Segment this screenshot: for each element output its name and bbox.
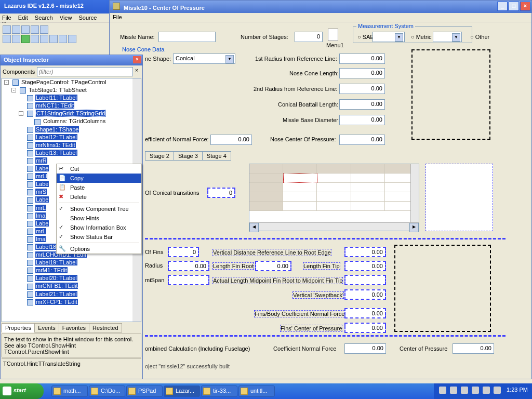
grid-vscroll[interactable] — [410, 164, 419, 222]
fbcnf-input[interactable]: 0.00 — [344, 308, 386, 318]
task-4[interactable]: Lazar... — [164, 385, 200, 397]
run-icon[interactable] — [21, 35, 30, 43]
radius-input[interactable]: 0.00 — [168, 261, 209, 271]
tray-icon[interactable] — [461, 387, 468, 394]
ctx-show-status[interactable]: ✓Show Status Bar — [57, 232, 141, 242]
sae-dropdown[interactable] — [373, 32, 405, 42]
task-2[interactable]: C:\Do... — [89, 385, 125, 397]
boat-input[interactable]: 0.00 — [339, 99, 385, 110]
tool-open-icon[interactable] — [12, 25, 20, 34]
system-tray[interactable]: 1:23 PM — [434, 383, 532, 399]
task-6[interactable]: untitl... — [238, 385, 275, 397]
tool-open2-icon[interactable] — [3, 35, 11, 43]
ide-menu-file[interactable]: File — [2, 15, 11, 21]
form-design-surface[interactable]: Missle Name: Number of Stages: 0 Menu1 M… — [110, 22, 531, 380]
task-5[interactable]: tir-33... — [201, 385, 237, 397]
oi-tab-restricted[interactable]: Restricted — [89, 323, 122, 332]
components-filter-input[interactable] — [37, 67, 133, 76]
r2-input[interactable]: 0.00 — [339, 84, 385, 94]
image-placeholder-2[interactable] — [394, 245, 491, 332]
ctx-cut[interactable]: ✂Cut — [57, 164, 141, 174]
tool-form-icon[interactable] — [12, 35, 20, 43]
tree-node[interactable]: Label21: TLabel — [2, 290, 141, 298]
menu-designer-icon[interactable] — [328, 29, 338, 41]
shape1[interactable] — [425, 164, 493, 231]
ide-menu-view[interactable]: View — [60, 15, 72, 21]
step-into-icon[interactable] — [59, 35, 67, 43]
tree-node[interactable]: mrM1: TEdit — [2, 267, 141, 274]
cop-input[interactable]: 0.00 — [453, 343, 494, 354]
task-1[interactable]: math... — [51, 385, 88, 397]
coeff-nf-input[interactable]: 0.00 — [344, 343, 386, 354]
pause-icon[interactable] — [31, 35, 39, 43]
tray-icon[interactable] — [472, 387, 479, 394]
tree-node[interactable]: mrCNFB1: TEdit — [2, 282, 141, 290]
tool-save-icon[interactable] — [21, 25, 30, 34]
step-out-icon[interactable] — [68, 35, 76, 43]
oi-tab-favorites[interactable]: Favorites — [59, 323, 89, 332]
expand-icon[interactable]: - — [19, 111, 23, 116]
image-placeholder-1[interactable] — [411, 49, 490, 140]
ide-menu-edit[interactable]: Edit — [18, 15, 28, 21]
ctx-delete[interactable]: ✖Delete — [57, 192, 141, 202]
stop-icon[interactable] — [40, 35, 48, 43]
tree-node[interactable]: mrNCT1: TEdit — [2, 102, 141, 110]
tree-node[interactable]: mrNfins1: TEdit — [2, 141, 141, 149]
ide-menu-search[interactable]: Search — [35, 15, 53, 21]
ctx-show-tree[interactable]: ✓Show Component Tree — [57, 204, 141, 214]
ncp-input[interactable]: 0.00 — [339, 135, 385, 145]
len-input[interactable]: 0.00 — [339, 68, 385, 78]
vert-swept-input[interactable]: 0.00 — [344, 289, 386, 300]
vert-dist-input[interactable]: 0.00 — [344, 247, 386, 257]
tree-node[interactable]: Label11: TLabel — [2, 94, 141, 102]
cnf-input[interactable]: 0.00 — [210, 135, 252, 145]
ctx-show-hints[interactable]: Show Hints — [57, 214, 141, 223]
oi-tab-properties[interactable]: Properties — [2, 323, 35, 332]
tree-node[interactable]: Label19: TLabel — [2, 259, 141, 267]
actual-len-input[interactable] — [344, 275, 386, 285]
tab-stage4[interactable]: Stage 4 — [202, 151, 231, 161]
shape-dropdown[interactable]: Conical — [173, 54, 235, 64]
fcp-input[interactable]: 0.00 — [344, 323, 386, 333]
fins-input[interactable]: 0 — [168, 247, 199, 257]
tool-saveall-icon[interactable] — [31, 25, 39, 34]
tool-new-icon[interactable] — [3, 25, 11, 34]
sae-radio[interactable]: SAE — [357, 34, 374, 40]
form-title[interactable]: Missle10 - Center Of Pressure _ □ × — [110, 1, 531, 13]
tab-stage2[interactable]: Stage 2 — [145, 151, 174, 161]
ctx-copy[interactable]: 📄Copy — [57, 174, 141, 183]
tool-btn-icon[interactable] — [40, 25, 48, 34]
tree-node[interactable]: Label12: TLabel — [2, 134, 141, 141]
conical-trans-input[interactable]: 0 — [207, 188, 235, 198]
minimize-button[interactable]: _ — [497, 2, 508, 11]
tree-node[interactable]: Label20: TLabel — [2, 274, 141, 282]
tray-icon[interactable] — [439, 387, 446, 394]
tree-node[interactable]: Label13: TLabel — [2, 149, 141, 157]
start-button[interactable]: start — [0, 383, 44, 399]
r1-input[interactable]: 0.00 — [339, 54, 385, 64]
tree-node[interactable]: -CT1StringGrid: TStringGrid — [2, 110, 141, 117]
ct1-stringgrid[interactable] — [249, 164, 419, 231]
filter-clear-icon[interactable]: × — [133, 67, 140, 76]
task-3[interactable]: PSPad — [126, 385, 163, 397]
metric-dropdown[interactable] — [433, 32, 462, 42]
oi-tab-events[interactable]: Events — [34, 323, 59, 332]
tree-node[interactable]: Columns: TGridColumns — [2, 117, 141, 125]
base-input[interactable]: 0.00 — [339, 115, 385, 125]
mispan-input[interactable] — [168, 275, 209, 285]
tree-node[interactable]: Shape1: TShape — [2, 126, 141, 134]
metric-radio[interactable]: Metric — [411, 34, 432, 40]
tree-node[interactable]: -TabStage1: TTabSheet — [2, 86, 141, 94]
ctx-show-info[interactable]: ✓Show Information Box — [57, 223, 141, 232]
len-root-input[interactable]: 0.00 — [255, 261, 291, 271]
tree-node[interactable]: -StagePageControl: TPageControl — [2, 78, 141, 86]
num-stages-input[interactable]: 0 — [295, 32, 323, 42]
expand-icon[interactable]: - — [4, 80, 9, 85]
ctx-options[interactable]: 🔧Options — [57, 244, 141, 254]
len-tip-input[interactable]: 0.00 — [344, 261, 386, 271]
tray-icon[interactable] — [483, 387, 490, 394]
tray-icon[interactable] — [450, 387, 457, 394]
tab-stage3[interactable]: Stage 3 — [174, 151, 203, 161]
tray-icon[interactable] — [494, 387, 501, 394]
grid-hscroll[interactable] — [249, 222, 419, 231]
